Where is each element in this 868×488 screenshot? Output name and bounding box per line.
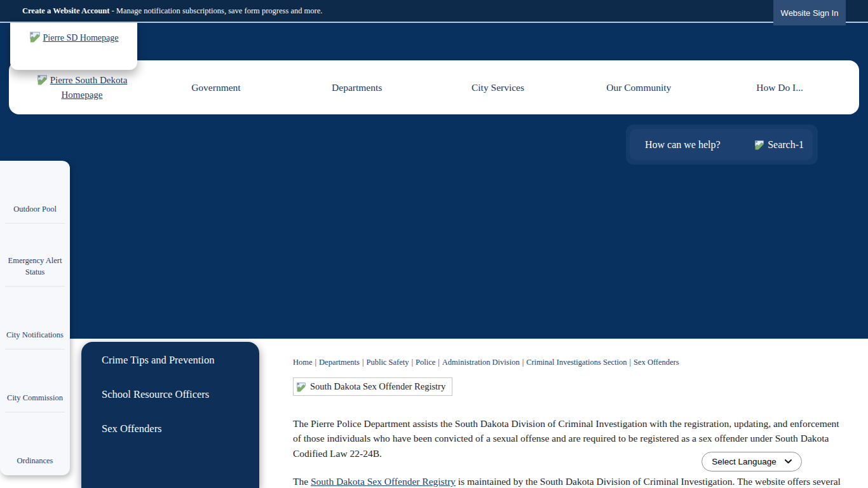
nav-item-city-services[interactable]: City Services xyxy=(428,60,569,114)
breadcrumb-criminal-investigations-section[interactable]: Criminal Investigations Section xyxy=(526,358,627,367)
breadcrumb-separator: | xyxy=(315,358,317,367)
submenu-item-sex-offenders[interactable]: Sex Offenders xyxy=(81,412,259,446)
submenu-item-crime-tips-and-prevention[interactable]: Crime Tips and Prevention xyxy=(81,343,259,377)
breadcrumb-administration-division[interactable]: Administration Division xyxy=(442,358,520,367)
breadcrumb-police[interactable]: Police xyxy=(416,358,435,367)
registry-image-alt-text: South Dakota Sex Offender Registry xyxy=(310,381,445,392)
homepage-dropdown-card: Pierre SD Homepage xyxy=(10,23,137,70)
quick-links-sidebar: Outdoor Pool Emergency Alert Status City… xyxy=(0,161,70,475)
nav-item-our-community[interactable]: Our Community xyxy=(568,60,709,114)
website-sign-in-button[interactable]: Website Sign In xyxy=(773,0,846,25)
breadcrumb-home[interactable]: Home xyxy=(293,358,313,367)
main-navbar: Pierre South Dekota Homepage Government … xyxy=(9,60,859,114)
breadcrumb: Home|Departments|Public Safety|Police|Ad… xyxy=(293,358,679,367)
paragraph-2-suffix: is maintained by the South Dakota Divisi… xyxy=(456,476,841,487)
section-submenu: Crime Tips and Prevention School Resourc… xyxy=(81,342,259,488)
breadcrumb-separator: | xyxy=(411,358,413,367)
nav-item-how-do-i[interactable]: How Do I... xyxy=(709,60,850,114)
breadcrumb-departments[interactable]: Departments xyxy=(319,358,360,367)
breadcrumb-public-safety[interactable]: Public Safety xyxy=(366,358,409,367)
breadcrumb-separator: | xyxy=(362,358,364,367)
broken-image-icon xyxy=(37,74,48,85)
sidebar-item-outdoor-pool[interactable]: Outdoor Pool xyxy=(0,161,70,224)
language-select-value: Select Language xyxy=(712,457,776,466)
search-placeholder: How can we help? xyxy=(645,139,721,151)
sidebar-item-ordinances[interactable]: Ordinances xyxy=(0,412,70,475)
pierre-sd-homepage-link[interactable]: Pierre SD Homepage xyxy=(43,33,119,43)
sidebar-item-emergency-alert-status[interactable]: Emergency Alert Status xyxy=(0,224,70,287)
topbar-message: Create a Website Account - Manage notifi… xyxy=(22,0,322,22)
search-button[interactable]: Search-1 xyxy=(754,139,804,151)
create-account-link[interactable]: Create a Website Account xyxy=(22,6,109,15)
language-select[interactable]: Select Language xyxy=(702,452,802,471)
breadcrumb-separator: | xyxy=(629,358,631,367)
paragraph-2: The South Dakota Sex Offender Registry i… xyxy=(293,474,841,488)
sidebar-item-city-commission[interactable]: City Commission xyxy=(0,349,70,412)
broken-image-icon xyxy=(29,31,41,43)
topbar-message-rest: - Manage notification subscriptions, sav… xyxy=(109,6,322,15)
nav-menu: Government Departments City Services Our… xyxy=(146,60,850,114)
search-input[interactable]: How can we help? Search-1 xyxy=(630,129,813,160)
paragraph-2-prefix: The xyxy=(293,476,311,487)
chevron-down-icon xyxy=(785,459,792,464)
broken-image-icon xyxy=(754,140,764,150)
search-icon-alt-text: Search-1 xyxy=(768,139,804,151)
nav-item-government[interactable]: Government xyxy=(146,60,287,114)
topbar: Create a Website Account - Manage notifi… xyxy=(0,0,868,23)
broken-image-icon xyxy=(296,382,306,392)
breadcrumb-sex-offenders: Sex Offenders xyxy=(634,358,679,367)
breadcrumb-separator: | xyxy=(438,358,440,367)
homepage-link[interactable]: Pierre South Dekota Homepage xyxy=(50,75,128,100)
submenu-item-school-resource-officers[interactable]: School Resource Officers xyxy=(81,377,259,412)
sd-sex-offender-registry-link[interactable]: South Dakota Sex Offender Registry xyxy=(311,476,456,487)
page: Create a Website Account - Manage notifi… xyxy=(0,0,868,488)
sidebar-item-city-notifications[interactable]: City Notifications xyxy=(0,287,70,349)
nav-item-departments[interactable]: Departments xyxy=(287,60,428,114)
registry-image-placeholder: South Dakota Sex Offender Registry xyxy=(293,377,452,396)
breadcrumb-separator: | xyxy=(522,358,524,367)
search-widget: How can we help? Search-1 xyxy=(626,125,818,165)
